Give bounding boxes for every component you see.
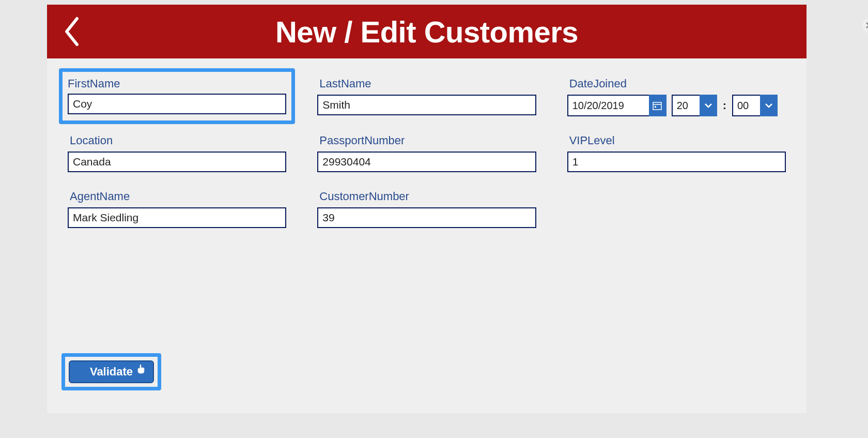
footer-actions: Validate <box>61 353 161 390</box>
chevron-left-icon <box>63 16 81 48</box>
chevron-down-icon <box>704 102 712 109</box>
time-colon: : <box>722 99 727 112</box>
label-last-name: LastName <box>319 77 536 90</box>
input-minute[interactable] <box>732 95 760 116</box>
label-customer-number: CustomerNumber <box>319 190 536 203</box>
field-date-joined: DateJoined <box>567 77 786 116</box>
input-passport-number[interactable] <box>317 152 536 172</box>
label-date-joined: DateJoined <box>569 77 786 90</box>
input-location[interactable] <box>68 152 286 172</box>
hour-dropdown-button[interactable] <box>700 95 717 116</box>
validate-button[interactable]: Validate <box>69 360 154 383</box>
input-customer-number[interactable] <box>317 207 536 228</box>
close-button[interactable] <box>862 18 868 33</box>
input-agent-name[interactable] <box>68 207 286 228</box>
field-last-name: LastName <box>317 77 536 115</box>
hour-dropdown[interactable] <box>672 95 717 116</box>
chevron-down-icon <box>765 102 773 109</box>
minute-dropdown[interactable] <box>732 95 778 116</box>
label-first-name: FirstName <box>68 77 286 90</box>
field-vip-level: VIPLevel <box>567 134 786 172</box>
field-agent-name: AgentName <box>68 190 286 228</box>
field-first-name: FirstName <box>59 68 295 124</box>
input-date[interactable] <box>567 95 649 116</box>
label-agent-name: AgentName <box>70 190 286 203</box>
page-title: New / Edit Customers <box>47 14 807 49</box>
validate-highlight: Validate <box>61 353 161 390</box>
svg-rect-2 <box>653 102 661 110</box>
label-location: Location <box>70 134 286 147</box>
field-customer-number: CustomerNumber <box>317 190 536 228</box>
date-picker <box>567 95 667 116</box>
input-first-name[interactable] <box>68 94 286 114</box>
form-grid: FirstName LastName DateJoined <box>47 58 807 228</box>
minute-dropdown-button[interactable] <box>760 95 778 116</box>
validate-label: Validate <box>90 365 133 379</box>
input-hour[interactable] <box>672 95 700 116</box>
date-time-group: : <box>567 95 786 116</box>
page-header: New / Edit Customers <box>47 5 807 58</box>
cursor-icon <box>137 365 145 376</box>
label-vip-level: VIPLevel <box>569 134 786 147</box>
page-card: New / Edit Customers FirstName LastName … <box>47 5 807 413</box>
back-button[interactable] <box>61 16 82 47</box>
calendar-icon <box>653 101 662 110</box>
label-passport-number: PassportNumber <box>319 134 536 147</box>
close-icon <box>866 22 868 28</box>
calendar-button[interactable] <box>649 95 667 116</box>
input-vip-level[interactable] <box>567 152 786 172</box>
input-last-name[interactable] <box>317 95 536 115</box>
svg-rect-4 <box>655 106 656 108</box>
field-location: Location <box>68 134 286 172</box>
field-passport-number: PassportNumber <box>317 134 536 172</box>
